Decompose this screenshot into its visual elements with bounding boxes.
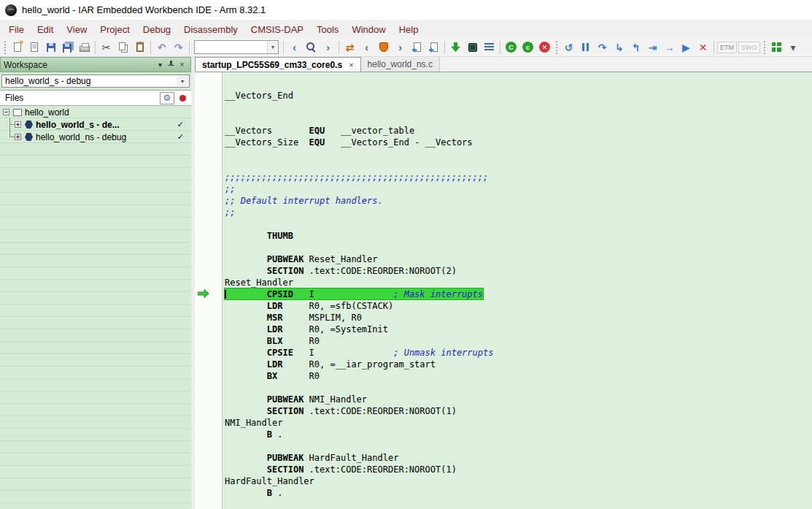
toolbar-options-button[interactable]: ▾ <box>785 39 802 56</box>
navigate-backward-button[interactable]: ‹ <box>286 39 303 56</box>
code-line[interactable]: B . <box>225 429 812 440</box>
code-line[interactable] <box>225 440 812 452</box>
expand-icon[interactable] <box>15 121 21 128</box>
code-line[interactable]: B . <box>225 487 812 499</box>
tab-hello-world-ns-c[interactable]: hello_world_ns.c <box>361 57 440 72</box>
code-line[interactable]: BLX R0 <box>225 335 812 347</box>
pin-icon[interactable] <box>166 61 177 69</box>
swo-button[interactable]: SWO <box>738 42 760 53</box>
next-bookmark-button[interactable]: › <box>392 39 409 56</box>
code-line[interactable] <box>225 113 812 125</box>
code-line[interactable]: MSR MSPLIM, R0 <box>225 312 812 324</box>
step-into-button[interactable]: ↳ <box>611 39 627 56</box>
etm-button[interactable]: ETM <box>717 42 737 53</box>
code-line[interactable] <box>225 102 812 113</box>
menu-help[interactable]: Help <box>393 22 425 37</box>
go-button[interactable]: ▶ <box>678 39 695 56</box>
tab-startup-lpc55s69-cm33-core0-s[interactable]: startup_LPC55S69_cm33_core0.s× <box>195 57 361 72</box>
multicore-debug-button[interactable] <box>768 39 785 56</box>
open-document-button[interactable] <box>26 39 42 56</box>
tree-item-hello-world-s-de[interactable]: hello_world_s - de...✓ <box>0 118 191 131</box>
code-line[interactable]: HardFault_Handler <box>225 475 812 487</box>
code-line[interactable]: BX R0 <box>225 370 812 382</box>
compile-button[interactable]: c <box>519 39 536 56</box>
code-line[interactable]: CPSIE I ; Unmask interrupts <box>225 347 812 359</box>
make-button[interactable]: C <box>503 39 519 56</box>
save-button[interactable] <box>42 39 59 56</box>
menu-edit[interactable]: Edit <box>31 22 60 37</box>
expand-icon[interactable] <box>15 134 21 140</box>
run-to-cursor-button[interactable]: → <box>661 39 678 56</box>
code-line[interactable]: PUBWEAK NMI_Handler <box>225 394 812 405</box>
undo-button[interactable]: ↶ <box>153 39 170 56</box>
print-button[interactable] <box>76 39 93 56</box>
code-line[interactable]: __Vectors_Size EQU __Vectors_End - __Vec… <box>225 137 812 148</box>
reset-debug-button[interactable]: ↺ <box>560 39 577 56</box>
download-and-debug-button[interactable] <box>447 39 464 56</box>
code-line[interactable]: PUBWEAK HardFault_Handler <box>225 452 812 464</box>
code-line[interactable] <box>225 160 812 172</box>
chevron-down-icon[interactable]: ▾ <box>177 76 188 86</box>
stop-debugging-button[interactable]: ✕ <box>695 39 711 56</box>
save-all-button[interactable] <box>59 39 76 56</box>
tree-item-hello-world[interactable]: hello_world <box>0 106 191 118</box>
step-over-button[interactable]: ↷ <box>594 39 611 56</box>
disassembly-window-button[interactable] <box>481 39 498 56</box>
new-document-button[interactable] <box>9 39 26 56</box>
toggle-bookmark-button[interactable]: ⇄ <box>341 39 358 56</box>
collapse-icon[interactable] <box>3 109 9 115</box>
tree-item-hello-world-ns-debug[interactable]: hello_world_ns - debug✓ <box>0 131 191 143</box>
menu-tools[interactable]: Tools <box>310 22 345 37</box>
toggle-breakpoint-button[interactable] <box>375 39 392 56</box>
code-line[interactable]: SECTION .text:CODE:REORDER:NOROOT(2) <box>225 265 812 277</box>
code-line[interactable]: __Vectors EQU __vector_table <box>225 125 812 137</box>
code-line[interactable]: ;;;;;;;;;;;;;;;;;;;;;;;;;;;;;;;;;;;;;;;;… <box>225 172 812 183</box>
configuration-combobox[interactable]: hello_world_s - debug ▾ <box>1 74 190 88</box>
options-gear-button[interactable]: ⚙ <box>160 92 174 104</box>
code-line[interactable] <box>225 218 812 230</box>
next-statement-button[interactable]: ⇥ <box>644 39 661 56</box>
search-combobox[interactable]: ▾ <box>194 40 279 54</box>
step-out-button[interactable]: ↰ <box>627 39 644 56</box>
open-header-file-button[interactable] <box>409 39 425 56</box>
menu-view[interactable]: View <box>60 22 93 37</box>
code-line[interactable]: LDR R0, =SystemInit <box>225 324 812 335</box>
stop-build-button[interactable]: ✕ <box>536 39 553 56</box>
code-area[interactable]: __Vectors_End__Vectors EQU __vector_tabl… <box>223 72 812 509</box>
debug-without-downloading-button[interactable] <box>464 39 481 56</box>
code-line[interactable]: __Vectors_End <box>225 90 812 102</box>
paste-button[interactable] <box>131 39 148 56</box>
menu-file[interactable]: File <box>2 22 31 37</box>
navigate-forward-button[interactable]: › <box>320 39 336 56</box>
code-line[interactable] <box>225 242 812 253</box>
code-line[interactable]: CPSID I ; Mask interrupts <box>225 288 812 300</box>
previous-bookmark-button[interactable]: ‹ <box>358 39 375 56</box>
code-line[interactable] <box>225 148 812 160</box>
code-line[interactable]: LDR R0, =sfb(CSTACK) <box>225 300 812 312</box>
code-line[interactable]: SECTION .text:CODE:REORDER:NOROOT(1) <box>225 464 812 475</box>
cut-button[interactable]: ✂ <box>98 39 115 56</box>
code-line[interactable]: THUMB <box>225 230 812 242</box>
window-menu-icon[interactable]: ▾ <box>155 61 166 69</box>
chevron-down-icon[interactable]: ▾ <box>267 41 278 53</box>
copy-button[interactable] <box>115 39 131 56</box>
code-line[interactable]: PUBWEAK Reset_Handler <box>225 253 812 265</box>
menu-cmsis-dap[interactable]: CMSIS-DAP <box>244 22 310 37</box>
redo-button[interactable]: ↷ <box>170 39 187 56</box>
code-line[interactable]: ;; <box>225 207 812 218</box>
code-line[interactable]: Reset_Handler <box>225 277 812 288</box>
code-line[interactable]: ;; Default interrupt handlers. <box>225 195 812 207</box>
menu-disassembly[interactable]: Disassembly <box>177 22 244 37</box>
code-line[interactable]: SECTION .text:CODE:REORDER:NOROOT(1) <box>225 405 812 417</box>
breakpoint-gutter[interactable] <box>195 72 223 509</box>
menu-window[interactable]: Window <box>345 22 392 37</box>
close-icon[interactable]: × <box>177 61 187 69</box>
code-line[interactable]: ;; <box>225 183 812 195</box>
go-to-definition-button[interactable] <box>425 39 442 56</box>
find-button[interactable] <box>303 39 320 56</box>
break-button[interactable] <box>577 39 594 56</box>
menu-project[interactable]: Project <box>93 22 136 37</box>
menu-debug[interactable]: Debug <box>136 22 177 37</box>
close-tab-icon[interactable]: × <box>349 61 353 69</box>
code-line[interactable] <box>225 382 812 394</box>
